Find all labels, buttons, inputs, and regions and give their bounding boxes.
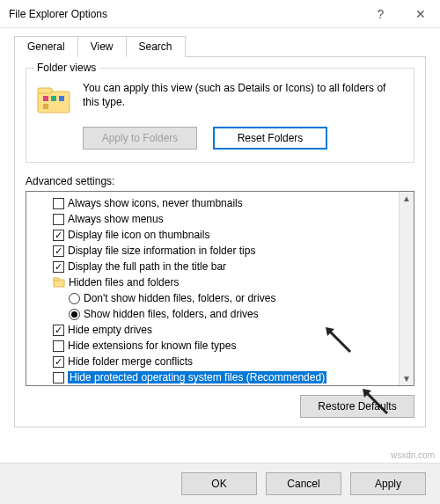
watermark: wsxdn.com xyxy=(391,450,435,460)
list-item[interactable]: Always show menus xyxy=(28,211,397,227)
tab-strip: General View Search xyxy=(14,36,426,57)
svg-rect-3 xyxy=(51,96,56,101)
reset-folders-button[interactable]: Reset Folders xyxy=(213,127,327,150)
tab-page-view: Folder views You can apply this view (su… xyxy=(14,56,426,427)
item-label: Show hidden files, folders, and drives xyxy=(84,308,259,320)
svg-rect-2 xyxy=(43,96,48,101)
ok-button[interactable]: OK xyxy=(181,472,257,495)
checkbox[interactable] xyxy=(53,214,64,225)
item-label: Hide folder merge conflicts xyxy=(68,355,193,368)
window-title: File Explorer Options xyxy=(0,8,107,20)
list-item[interactable]: Always show icons, never thumbnails xyxy=(28,195,397,211)
list-item[interactable]: Hide extensions for known file types xyxy=(28,338,397,354)
checkbox[interactable] xyxy=(53,198,64,209)
list-item[interactable]: Hide protected operating system files (R… xyxy=(28,369,397,385)
radio[interactable] xyxy=(69,309,80,320)
cancel-button[interactable]: Cancel xyxy=(266,472,341,495)
folder-views-group: Folder views You can apply this view (su… xyxy=(26,68,414,163)
checkbox[interactable] xyxy=(53,261,64,273)
tab-general[interactable]: General xyxy=(14,36,78,57)
svg-rect-5 xyxy=(43,104,48,109)
item-label: Hidden files and folders xyxy=(69,276,179,289)
vertical-scrollbar[interactable]: ▲ ▼ xyxy=(399,192,414,385)
item-label: Hide extensions for known file types xyxy=(68,340,236,352)
advanced-settings-list[interactable]: Always show icons, never thumbnailsAlway… xyxy=(26,191,414,386)
checkbox[interactable] xyxy=(53,372,64,383)
svg-rect-4 xyxy=(59,96,64,101)
list-item[interactable]: Show hidden files, folders, and drives xyxy=(28,306,397,322)
close-button[interactable]: ✕ xyxy=(400,0,440,27)
list-item[interactable]: Hide folder merge conflicts xyxy=(28,354,397,369)
checkbox[interactable] xyxy=(53,230,64,241)
item-label: Display file icon on thumbnails xyxy=(68,229,209,241)
item-label: Hide empty drives xyxy=(68,324,152,336)
folder-views-icon xyxy=(35,81,72,118)
list-item[interactable]: Don't show hidden files, folders, or dri… xyxy=(28,290,397,306)
item-label: Hide protected operating system files (R… xyxy=(68,371,326,383)
checkbox[interactable] xyxy=(53,325,64,336)
window-buttons: ? ✕ xyxy=(361,0,440,27)
apply-button[interactable]: Apply xyxy=(350,472,426,495)
item-label: Always show icons, never thumbnails xyxy=(68,197,243,209)
item-label: Display the full path in the title bar xyxy=(68,260,226,273)
scroll-up-icon[interactable]: ▲ xyxy=(402,194,411,203)
dialog-footer: OK Cancel Apply xyxy=(0,463,440,504)
checkbox[interactable] xyxy=(53,356,64,368)
scroll-down-icon[interactable]: ▼ xyxy=(402,374,411,383)
advanced-settings-content: Always show icons, never thumbnailsAlway… xyxy=(26,192,399,385)
folder-icon xyxy=(53,276,65,289)
help-button[interactable]: ? xyxy=(361,0,400,27)
folder-views-text: You can apply this view (such as Details… xyxy=(83,81,405,109)
svg-rect-1 xyxy=(38,88,52,93)
checkbox[interactable] xyxy=(53,340,64,352)
item-label: Display file size information in folder … xyxy=(68,245,255,257)
item-label: Don't show hidden files, folders, or dri… xyxy=(84,292,275,304)
restore-defaults-button[interactable]: Restore Defaults xyxy=(300,395,414,418)
list-item[interactable]: Display file size information in folder … xyxy=(28,243,397,259)
checkbox[interactable] xyxy=(53,245,64,257)
radio[interactable] xyxy=(69,293,80,304)
list-item[interactable]: Hidden files and folders xyxy=(28,274,397,290)
titlebar: File Explorer Options ? ✕ xyxy=(0,0,440,28)
tab-search[interactable]: Search xyxy=(126,36,186,57)
svg-rect-7 xyxy=(54,278,59,281)
apply-to-folders-button[interactable]: Apply to Folders xyxy=(83,127,197,150)
content-area: General View Search Folder views Yo xyxy=(0,28,440,427)
item-label: Always show menus xyxy=(68,213,164,225)
folder-views-legend: Folder views xyxy=(33,62,99,74)
advanced-settings-label: Advanced settings: xyxy=(26,175,414,187)
svg-rect-0 xyxy=(38,91,70,113)
tab-view[interactable]: View xyxy=(77,36,127,57)
list-item[interactable]: Display the full path in the title bar xyxy=(28,259,397,274)
list-item[interactable]: Hide empty drives xyxy=(28,322,397,338)
list-item[interactable]: Display file icon on thumbnails xyxy=(28,227,397,243)
